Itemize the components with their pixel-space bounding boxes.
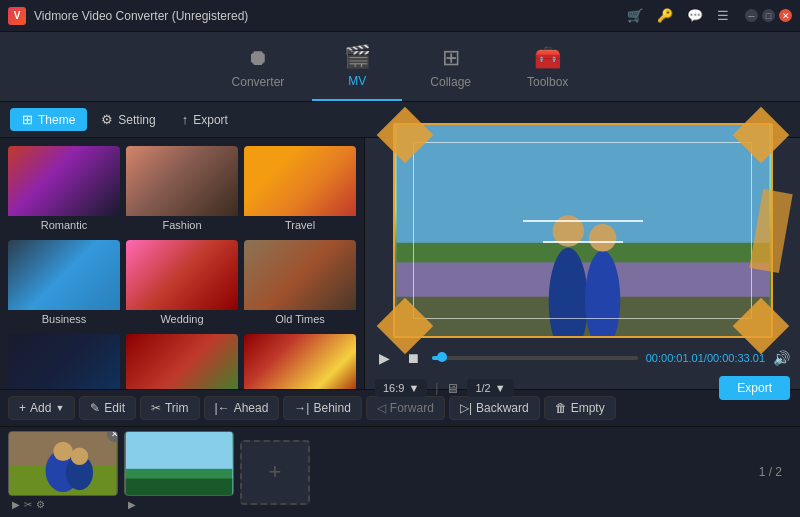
clip1-settings-icon[interactable]: ⚙ xyxy=(36,499,45,510)
second-controls: 16:9 ▼ | 🖥 1/2 ▼ Export xyxy=(375,372,790,404)
setting-label: Setting xyxy=(118,113,155,127)
ratio-label: 16:9 xyxy=(383,382,404,394)
chat-icon[interactable]: 💬 xyxy=(687,8,703,23)
progress-dot xyxy=(437,352,447,362)
theme-item-business[interactable]: Business xyxy=(8,240,120,328)
clip-thumb-2[interactable] xyxy=(124,431,234,496)
cart-icon[interactable]: 🛒 xyxy=(627,8,643,23)
trim-icon: ✂ xyxy=(151,401,161,415)
edit-icon: ✎ xyxy=(90,401,100,415)
app-icon: V xyxy=(8,7,26,25)
theme-label: Theme xyxy=(38,113,75,127)
theme-item-travel[interactable]: Travel xyxy=(244,146,356,234)
mv-icon: 🎬 xyxy=(344,44,371,70)
theme-icon: ⊞ xyxy=(22,112,33,127)
menu-icon[interactable]: ☰ xyxy=(717,8,729,23)
app-title: Vidmore Video Converter (Unregistered) xyxy=(34,9,627,23)
clip-icons-2: ▶ xyxy=(124,496,234,513)
nav-tabs: ⏺ Converter 🎬 MV ⊞ Collage 🧰 Toolbox xyxy=(0,32,800,102)
clip2-svg xyxy=(125,432,233,495)
theme-item-romantic[interactable]: Romantic xyxy=(8,146,120,234)
theme-item-wedding[interactable]: Wedding xyxy=(126,240,238,328)
export-button[interactable]: Export xyxy=(719,376,790,400)
tab-toolbox-label: Toolbox xyxy=(527,75,568,89)
theme-label-wedding: Wedding xyxy=(126,310,238,328)
edit-button[interactable]: ✎ Edit xyxy=(79,396,136,420)
export-sub-icon: ↑ xyxy=(182,112,189,127)
theme-item-christmas[interactable]: Christmas xyxy=(126,334,238,389)
tab-toolbox[interactable]: 🧰 Toolbox xyxy=(499,32,596,101)
theme-thumb-wedding xyxy=(126,240,238,310)
ratio-button[interactable]: 16:9 ▼ xyxy=(375,379,427,397)
add-dropdown-icon: ▼ xyxy=(55,403,64,413)
key-icon[interactable]: 🔑 xyxy=(657,8,673,23)
theme-item-sport[interactable]: Sport xyxy=(8,334,120,389)
clip2-bg xyxy=(125,432,233,495)
window-controls: ─ □ ✕ xyxy=(745,9,792,22)
theme-item-holiday[interactable]: Holiday xyxy=(244,334,356,389)
add-label: Add xyxy=(30,401,51,415)
minimize-button[interactable]: ─ xyxy=(745,9,758,22)
title-bar: V Vidmore Video Converter (Unregistered)… xyxy=(0,0,800,32)
theme-thumb-sport xyxy=(8,334,120,389)
ratio-dropdown-icon: ▼ xyxy=(408,382,419,394)
theme-panel: Romantic Fashion Travel Business Wedding… xyxy=(0,138,365,389)
page-button[interactable]: 1/2 ▼ xyxy=(467,379,513,397)
ahead-button[interactable]: |← Ahead xyxy=(204,396,280,420)
clip-icons-1: ▶ ✂ ⚙ xyxy=(8,496,118,513)
tab-converter[interactable]: ⏺ Converter xyxy=(204,32,313,101)
add-clip-button[interactable]: + xyxy=(240,440,310,505)
theme-label-fashion: Fashion xyxy=(126,216,238,234)
main-content: Romantic Fashion Travel Business Wedding… xyxy=(0,138,800,389)
volume-icon[interactable]: 🔊 xyxy=(773,350,790,366)
theme-thumb-oldtimes xyxy=(244,240,356,310)
clip2-play-icon[interactable]: ▶ xyxy=(128,499,136,510)
converter-icon: ⏺ xyxy=(247,45,269,71)
behind-label: Behind xyxy=(313,401,350,415)
preview-panel: ▶ ⏹ 00:00:01.01/00:00:33.01 🔊 16:9 ▼ | 🖥… xyxy=(365,138,800,389)
theme-item-fashion[interactable]: Fashion xyxy=(126,146,238,234)
theme-button[interactable]: ⊞ Theme xyxy=(10,108,87,131)
clip-thumb-1[interactable]: ✕ xyxy=(8,431,118,496)
tab-collage-label: Collage xyxy=(430,75,471,89)
preview-area xyxy=(393,123,773,338)
trim-label: Trim xyxy=(165,401,189,415)
behind-button[interactable]: →| Behind xyxy=(283,396,362,420)
maximize-button[interactable]: □ xyxy=(762,9,775,22)
play-controls: ▶ ⏹ 00:00:01.01/00:00:33.01 🔊 xyxy=(375,344,790,372)
add-button[interactable]: + Add ▼ xyxy=(8,396,75,420)
setting-icon: ⚙ xyxy=(101,112,113,127)
clip1-bg xyxy=(9,432,117,495)
timeline-clip-2: ▶ xyxy=(124,431,234,513)
play-button[interactable]: ▶ xyxy=(375,348,394,368)
tab-collage[interactable]: ⊞ Collage xyxy=(402,32,499,101)
toolbox-icon: 🧰 xyxy=(534,45,561,71)
export-sub-button[interactable]: ↑ Export xyxy=(170,108,240,131)
setting-button[interactable]: ⚙ Setting xyxy=(89,108,167,131)
trim-button[interactable]: ✂ Trim xyxy=(140,396,200,420)
time-display: 00:00:01.01/00:00:33.01 xyxy=(646,352,765,364)
timeline-clip-1: ✕ ▶ ✂ ⚙ xyxy=(8,431,118,513)
theme-label-romantic: Romantic xyxy=(8,216,120,234)
clip1-play-icon[interactable]: ▶ xyxy=(12,499,20,510)
page-dropdown-icon: ▼ xyxy=(495,382,506,394)
tab-mv[interactable]: 🎬 MV xyxy=(312,32,402,101)
theme-label-travel: Travel xyxy=(244,216,356,234)
theme-item-oldtimes[interactable]: Old Times xyxy=(244,240,356,328)
edit-label: Edit xyxy=(104,401,125,415)
clip1-cut-icon[interactable]: ✂ xyxy=(24,499,32,510)
theme-grid: Romantic Fashion Travel Business Wedding… xyxy=(8,146,356,389)
add-icon: + xyxy=(19,401,26,415)
timeline: ✕ ▶ ✂ ⚙ ▶ + 1 / 2 xyxy=(0,427,800,517)
progress-bar[interactable] xyxy=(432,356,638,360)
ahead-label: Ahead xyxy=(234,401,269,415)
ahead-icon: |← xyxy=(215,401,230,415)
behind-icon: →| xyxy=(294,401,309,415)
theme-label-oldtimes: Old Times xyxy=(244,310,356,328)
svg-rect-16 xyxy=(126,479,233,495)
close-button[interactable]: ✕ xyxy=(779,9,792,22)
theme-label-business: Business xyxy=(8,310,120,328)
preview-video xyxy=(395,125,771,336)
title-icons: 🛒 🔑 💬 ☰ xyxy=(627,8,729,23)
monitor-icon: 🖥 xyxy=(446,381,459,396)
